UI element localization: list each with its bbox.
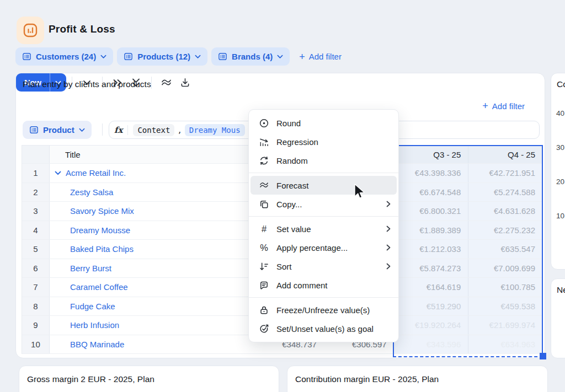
menu-item-add-comment[interactable]: Add comment <box>249 276 398 294</box>
value-cell-q3[interactable]: €43.398.336 <box>394 164 468 182</box>
selection-handle[interactable] <box>540 353 546 359</box>
row-number: 3 <box>22 202 50 221</box>
value-cell-q4[interactable]: €635.547 <box>468 240 542 259</box>
row-title-link[interactable]: Berry Burst <box>70 264 111 273</box>
menu-item-apply-percentage[interactable]: % Apply percentage... <box>249 238 398 257</box>
menu-divider <box>249 297 398 298</box>
row-title-link[interactable]: Baked Pita Chips <box>70 244 134 254</box>
row-title-link[interactable]: Caramel Coffee <box>70 282 128 292</box>
profit-loss-logo <box>17 17 44 44</box>
row-title-link[interactable]: Acme Retail Inc. <box>66 168 126 178</box>
row-number: 8 <box>22 297 50 316</box>
chevron-down-icon <box>79 128 85 132</box>
download-icon[interactable] <box>176 73 195 92</box>
menu-item-sort[interactable]: Sort <box>249 257 398 276</box>
value-cell-q3[interactable]: €6.800.321 <box>394 202 468 221</box>
list-icon <box>22 52 31 61</box>
row-number: 4 <box>22 221 50 240</box>
value-cell-q3[interactable]: €343.596 <box>394 335 468 354</box>
value-cell-q3[interactable]: €519.290 <box>394 297 468 316</box>
value-cell-q4[interactable]: €4.631.628 <box>468 202 542 221</box>
list-icon <box>29 125 39 135</box>
row-number: 9 <box>22 316 50 335</box>
row-title-cell[interactable]: Acme Retail Inc. <box>50 164 252 182</box>
value-cell-q4[interactable]: €21.699.974 <box>468 316 542 335</box>
row-number: 6 <box>22 259 50 278</box>
title-column-header[interactable]: Title <box>50 146 252 163</box>
random-icon <box>258 155 270 167</box>
value-cell-q3[interactable]: €6.674.548 <box>394 183 468 202</box>
value-cell-q3[interactable]: €1.212.033 <box>394 240 468 259</box>
row-number: 5 <box>22 240 50 259</box>
product-dimension-chip[interactable]: Product <box>23 121 92 139</box>
regression-icon <box>258 136 270 148</box>
filter-chip-brands[interactable]: Brands (4) <box>211 47 290 66</box>
row-title-link[interactable]: Dreamy Mousse <box>70 225 130 235</box>
submenu-chevron-icon <box>386 225 391 232</box>
submenu-chevron-icon <box>386 201 391 207</box>
menu-item-label: Apply percentage... <box>276 243 348 253</box>
forecast-icon[interactable] <box>157 73 176 92</box>
menu-item-copy[interactable]: Copy... <box>249 195 398 213</box>
filter-chip-label: Products (12) <box>137 52 190 61</box>
column-header-q4[interactable]: Q4 - 25 <box>468 146 542 163</box>
row-title-cell[interactable]: Caramel Coffee <box>50 278 252 297</box>
value-cell-q3[interactable]: €19.920.264 <box>394 316 468 335</box>
menu-item-regression[interactable]: Regression <box>249 132 398 151</box>
menu-item-label: Freeze/Unfreeze value(s) <box>276 305 370 315</box>
row-title-cell[interactable]: Fudge Cake <box>50 297 252 316</box>
row-title-cell[interactable]: Baked Pita Chips <box>50 240 252 259</box>
axis-tick: 30 <box>553 143 564 152</box>
row-title-link[interactable]: Savory Spice Mix <box>70 206 134 216</box>
value-cell-q4[interactable]: €100.785 <box>468 278 542 297</box>
menu-item-random[interactable]: Random <box>249 151 398 170</box>
value-cell-q3[interactable]: €5.874.273 <box>394 259 468 278</box>
lock-icon <box>258 304 270 316</box>
collapse-row-icon[interactable] <box>55 171 61 175</box>
goal-icon <box>258 323 270 335</box>
formula-context-token[interactable]: Context <box>133 124 174 136</box>
row-title-cell[interactable]: BBQ Marinade <box>50 335 252 354</box>
row-number: 7 <box>22 278 50 297</box>
value-cell-q4[interactable]: €7.009.699 <box>468 259 542 278</box>
row-title-cell[interactable]: Savory Spice Mix <box>50 202 252 221</box>
row-title-cell[interactable]: Dreamy Mousse <box>50 221 252 240</box>
row-number: 2 <box>22 183 50 202</box>
menu-item-set-goal[interactable]: Set/Unset value(s) as goal <box>249 319 398 338</box>
menu-item-round[interactable]: Round <box>249 114 398 132</box>
toolbar-divider <box>102 123 103 136</box>
filter-chip-customers[interactable]: Customers (24) <box>15 47 113 66</box>
page-title: Profit & Loss <box>49 23 115 35</box>
formula-member-token[interactable]: Dreamy Mous <box>185 124 245 136</box>
menu-item-freeze[interactable]: Freeze/Unfreeze value(s) <box>249 300 398 319</box>
menu-item-set-value[interactable]: # Set value <box>249 219 398 238</box>
value-cell-q4[interactable]: €634.963 <box>468 335 542 354</box>
row-title-link[interactable]: Fudge Cake <box>70 302 115 311</box>
value-cell-q3[interactable]: €164.619 <box>394 278 468 297</box>
row-title-cell[interactable]: Berry Burst <box>50 259 252 278</box>
chevron-down-icon <box>277 55 283 59</box>
value-cell-q3[interactable]: €1.889.389 <box>394 221 468 240</box>
add-filter-button[interactable]: + Add filter <box>294 52 347 62</box>
row-title-link[interactable]: Zesty Salsa <box>70 187 113 197</box>
add-filter-label: Add filter <box>309 52 342 61</box>
row-title-link[interactable]: BBQ Marinade <box>70 340 124 349</box>
menu-item-forecast[interactable]: Forecast <box>250 176 397 195</box>
row-number: 10 <box>22 335 50 354</box>
value-cell-q4[interactable]: €459.538 <box>468 297 542 316</box>
row-title-cell[interactable]: Herb Infusion <box>50 316 252 335</box>
filter-chip-products[interactable]: Products (12) <box>117 47 207 66</box>
row-title-cell[interactable]: Zesty Salsa <box>50 183 252 202</box>
value-cell-q4[interactable]: €42.721.951 <box>468 164 542 182</box>
value-cell-q4[interactable]: €2.275.232 <box>468 221 542 240</box>
formula-comma: , <box>177 126 182 135</box>
plus-icon: + <box>482 101 488 111</box>
gross-margin-card: Gross margin 2 EUR - 2025, Plan <box>19 366 279 392</box>
contribution-chart-card: Co 40 30 20 10 <box>551 73 565 270</box>
row-title-link[interactable]: Herb Infusion <box>70 320 119 330</box>
column-header-q3[interactable]: Q3 - 25 <box>394 146 468 163</box>
panel-title: Plan entry by clients and products <box>23 79 151 89</box>
value-cell-q4[interactable]: €5.274.588 <box>468 183 542 202</box>
panel-add-filter-button[interactable]: + Add filter <box>477 101 530 111</box>
row-number-header <box>22 146 50 163</box>
